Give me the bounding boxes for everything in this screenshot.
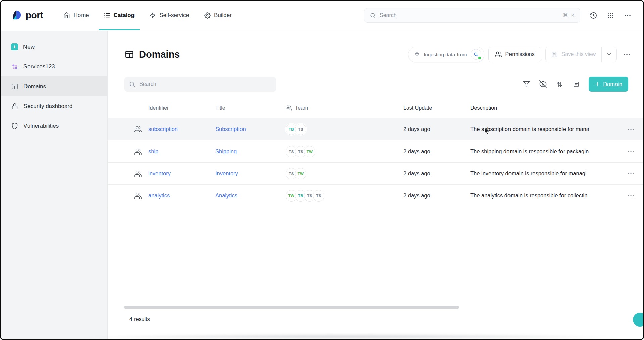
table-icon (124, 49, 135, 59)
team-avatar[interactable]: TW (304, 146, 315, 157)
plug-icon (414, 51, 420, 57)
team-avatars: TSTSTW (286, 146, 403, 157)
sidebar-item-label: Domains (23, 83, 46, 90)
title-link[interactable]: Analytics (215, 192, 237, 199)
main-nav: Home Catalog Self-service Builder (58, 1, 236, 30)
team-avatar[interactable]: TW (295, 168, 306, 179)
identifier-link[interactable]: inventory (148, 170, 171, 176)
sort-icon[interactable] (556, 81, 563, 88)
nav-item-builder[interactable]: Builder (199, 1, 237, 30)
blueprint-users-icon (134, 170, 148, 177)
filter-icon[interactable] (523, 81, 530, 88)
sidebar-item-label: Vulnerabilities (23, 123, 59, 129)
search-icon (129, 81, 136, 88)
table-toolbar-icons (523, 80, 580, 88)
global-search-input[interactable] (380, 12, 559, 18)
nav-item-catalog[interactable]: Catalog (99, 1, 140, 30)
team-avatar[interactable]: TS (313, 190, 324, 202)
permissions-button[interactable]: Permissions (488, 47, 541, 62)
nav-item-self-service[interactable]: Self-service (144, 1, 194, 30)
permissions-label: Permissions (505, 51, 535, 57)
title-link[interactable]: Inventory (215, 170, 238, 176)
page-title-text: Domains (139, 49, 180, 60)
save-view-label: Save this view (561, 51, 596, 57)
sidebar-item-services123[interactable]: Services123 (1, 57, 107, 76)
save-view-dropdown[interactable] (601, 47, 616, 62)
eye-off-icon[interactable] (539, 80, 547, 88)
description-cell: The inventory domain is responsible for … (470, 170, 619, 177)
sidebar: + New Services123 Domains Security dashb… (1, 31, 108, 339)
table-row[interactable]: subscription Subscription TBTS 2 days ag… (108, 118, 643, 140)
column-header-identifier[interactable]: Identifier (148, 105, 215, 111)
history-icon[interactable] (590, 12, 597, 19)
sidebar-item-security-dashboard[interactable]: Security dashboard (1, 96, 107, 116)
lock-icon (11, 103, 18, 110)
title-link[interactable]: Subscription (215, 126, 246, 132)
identifier-link[interactable]: subscription (148, 126, 178, 132)
sidebar-item-vulnerabilities[interactable]: Vulnerabilities (1, 116, 107, 136)
topnav-right: ⌘ K (364, 8, 643, 23)
gear-icon (204, 12, 211, 19)
port-logo[interactable]: port (11, 10, 43, 21)
table-row[interactable]: inventory Inventory TSTW 2 days ago The … (108, 163, 643, 185)
global-search[interactable]: ⌘ K (364, 8, 580, 23)
team-icon (286, 105, 292, 111)
k-key: K (571, 12, 575, 18)
column-header-team-label: Team (295, 105, 308, 111)
row-more-icon[interactable] (619, 126, 643, 133)
port-logo-text: port (25, 10, 43, 21)
team-avatar[interactable]: TS (295, 124, 306, 135)
search-icon (370, 12, 376, 19)
table-row[interactable]: analytics Analytics TWTBTSTS 2 days ago … (108, 185, 643, 207)
title-link[interactable]: Shipping (215, 148, 237, 154)
sidebar-item-new[interactable]: + New (1, 37, 107, 57)
table-header: Identifier Title Team Last Update Descri… (108, 98, 643, 118)
add-domain-button[interactable]: Domain (589, 77, 628, 92)
sidebar-item-domains[interactable]: Domains (1, 76, 107, 96)
plus-square-icon: + (11, 43, 18, 50)
table-toolbar: Domain (124, 77, 628, 92)
more-menu-icon[interactable] (624, 11, 632, 19)
domains-table: Identifier Title Team Last Update Descri… (108, 98, 643, 207)
keyboard-shortcut: ⌘ K (562, 12, 575, 18)
page-actions: Ingesting data from Permissions (408, 47, 633, 62)
nav-item-home[interactable]: Home (58, 1, 94, 30)
identifier-link[interactable]: analytics (148, 192, 170, 199)
horizontal-scrollbar[interactable] (124, 306, 459, 309)
group-by-icon[interactable] (573, 81, 580, 88)
table-search-input[interactable] (139, 81, 271, 87)
sidebar-item-label: Security dashboard (23, 103, 72, 110)
last-update-cell: 2 days ago (403, 192, 470, 199)
row-more-icon[interactable] (619, 192, 643, 200)
ingesting-data-button[interactable]: Ingesting data from (408, 47, 484, 62)
chevron-down-icon (606, 51, 612, 57)
shield-icon (11, 122, 18, 130)
save-view-button[interactable]: Save this view (546, 47, 601, 62)
status-dot (478, 56, 482, 60)
team-avatars: TBTS (286, 124, 403, 135)
nav-label: Builder (214, 12, 232, 19)
row-more-icon[interactable] (619, 170, 643, 177)
blueprint-users-icon (134, 148, 148, 155)
page-header: Domains Ingesting data from (124, 46, 633, 63)
last-update-cell: 2 days ago (403, 170, 470, 177)
table-row[interactable]: ship Shipping TSTSTW 2 days ago The ship… (108, 140, 643, 163)
column-header-team[interactable]: Team (286, 105, 403, 111)
home-icon (63, 12, 70, 19)
identifier-link[interactable]: ship (148, 148, 158, 154)
results-count: 4 results (129, 316, 150, 322)
row-more-icon[interactable] (619, 148, 643, 155)
last-update-cell: 2 days ago (403, 148, 470, 155)
table-icon (11, 83, 18, 90)
column-header-last-update[interactable]: Last Update (403, 105, 470, 111)
team-avatars: TWTBTSTS (286, 190, 403, 202)
apps-grid-icon[interactable] (607, 12, 614, 19)
save-icon (551, 51, 558, 58)
lightning-icon (149, 12, 156, 19)
column-header-description[interactable]: Description (470, 105, 619, 111)
column-header-title[interactable]: Title (215, 105, 286, 111)
page-more-icon[interactable] (621, 50, 633, 58)
cmd-key: ⌘ (562, 12, 568, 18)
table-search[interactable] (124, 77, 276, 92)
description-cell: The subscription domain is responsible f… (470, 126, 619, 132)
